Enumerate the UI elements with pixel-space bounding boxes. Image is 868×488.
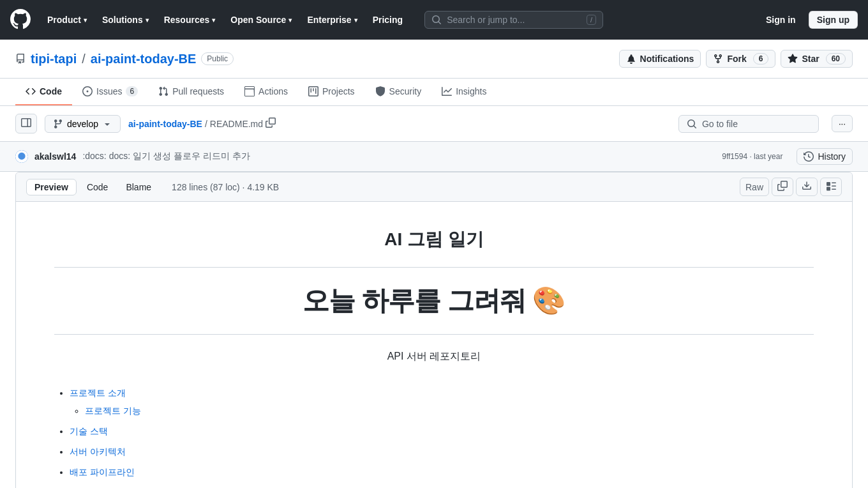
tab-issues[interactable]: Issues 6 [72,79,148,105]
projects-icon [308,86,318,96]
main-nav: Product ▾ Solutions ▾ Resources ▾ Open S… [41,10,409,30]
commit-hash: 9ff1594 · last year [722,152,782,161]
chevron-down-icon: ▾ [288,17,292,24]
chevron-down-icon: ▾ [146,17,149,24]
nav-enterprise[interactable]: Enterprise ▾ [301,10,363,30]
readme-title: AI 그림 일기 [54,227,814,252]
tab-pull-requests[interactable]: Pull requests [148,79,234,105]
bell-icon [626,54,636,64]
branch-icon [53,119,63,129]
tab-actions[interactable]: Actions [234,79,298,105]
avatar [15,150,28,163]
raw-button[interactable]: Raw [740,178,769,196]
chevron-down-icon: ▾ [212,17,215,24]
file-nav: develop ai-paint-today-BE / README.md Go… [0,106,868,142]
star-icon [788,54,798,64]
list-link[interactable]: 배포 파이프라인 [70,467,135,477]
chevron-down-icon: ▾ [354,17,357,24]
readme-divider-mid [54,334,814,335]
list-item: 프로젝트 소개 프로젝트 기능 [70,384,814,420]
header-actions: Sign in Sign up [758,10,858,30]
star-button[interactable]: Star 60 [781,50,853,68]
search-input[interactable] [447,15,581,25]
copy-path-button[interactable] [266,118,276,130]
download-icon [802,181,812,191]
visibility-badge: Public [201,52,234,65]
tab-security[interactable]: Security [365,79,432,105]
tab-projects[interactable]: Projects [298,79,365,105]
fork-icon [713,54,723,64]
repo-icon [15,54,26,64]
security-icon [375,86,385,96]
repo-header: tipi-tapi / ai-paint-today-BE Public Not… [0,40,868,79]
main-header: Product ▾ Solutions ▾ Resources ▾ Open S… [0,0,868,40]
list-item: 프로젝트 기능 [85,402,814,420]
file-toolbar-actions: Raw [740,178,842,196]
keyboard-shortcut: / [587,15,596,25]
commit-bar: akalswl14 :docs: docs: 일기 생성 플로우 리드미 추가 … [0,142,868,172]
repo-actions: Notifications Fork 6 Star 60 [619,50,853,68]
chevron-down-icon: ▾ [84,17,87,24]
repo-owner-link[interactable]: tipi-tapi [31,52,77,66]
copy-icon [777,181,788,191]
breadcrumb-repo-link[interactable]: ai-paint-today-BE [128,119,202,129]
sidebar-toggle-button[interactable] [15,114,37,133]
tab-insights[interactable]: Insights [431,79,497,105]
actions-icon [244,86,255,96]
code-tab-button[interactable]: Code [79,179,116,195]
nav-open-source[interactable]: Open Source ▾ [224,10,298,30]
outline-button[interactable] [820,178,842,196]
readme-content: AI 그림 일기 오늘 하루를 그려줘 🎨 API 서버 레포지토리 프로젝트 … [16,202,852,488]
copy-raw-button[interactable] [772,178,793,196]
list-link[interactable]: 프로젝트 기능 [85,406,141,416]
nav-solutions[interactable]: Solutions ▾ [96,10,155,30]
tab-code[interactable]: Code [15,79,72,105]
file-view: Preview Code Blame 128 lines (87 loc) · … [15,172,853,488]
pr-icon [158,86,168,96]
commit-author[interactable]: akalswl14 [34,151,76,162]
more-options-button[interactable]: ··· [832,115,853,132]
readme-list: 프로젝트 소개 프로젝트 기능 기술 스택 서버 아키텍처 배포 파이프라인 E… [54,384,814,488]
readme-subtitle-small: API 서버 레포지토리 [54,350,814,363]
repo-name-link[interactable]: ai-paint-today-BE [91,52,197,66]
list-icon [826,181,836,191]
branch-selector[interactable]: develop [45,115,121,133]
repo-tabs: Code Issues 6 Pull requests Actions Proj… [0,79,868,106]
fork-button[interactable]: Fork 6 [706,50,775,68]
sidebar-icon [21,118,31,128]
history-icon [804,151,814,162]
list-item: 기술 스택 [70,422,814,440]
issues-badge: 6 [126,86,138,96]
fork-count: 6 [753,53,769,65]
breadcrumb: ai-paint-today-BE / README.md [128,118,276,130]
list-item: 서버 아키텍처 [70,443,814,461]
signup-button[interactable]: Sign up [809,11,858,29]
chevron-down-icon [102,119,112,129]
search-icon [431,15,442,25]
list-link[interactable]: 기술 스택 [70,426,108,436]
readme-divider-top [54,267,814,268]
preview-tab-button[interactable]: Preview [26,179,77,195]
insights-icon [442,86,452,96]
nav-resources[interactable]: Resources ▾ [158,10,222,30]
signin-button[interactable]: Sign in [758,10,804,30]
repo-title: tipi-tapi / ai-paint-today-BE Public [15,52,234,66]
blame-tab-button[interactable]: Blame [118,179,159,195]
file-toolbar: Preview Code Blame 128 lines (87 loc) · … [16,172,852,202]
go-to-file-button[interactable]: Go to file [678,115,819,133]
list-link[interactable]: 서버 아키텍처 [70,446,126,457]
issues-icon [82,86,93,96]
history-button[interactable]: History [797,148,853,165]
github-logo[interactable] [10,9,31,31]
nav-product[interactable]: Product ▾ [41,10,93,30]
notifications-button[interactable]: Notifications [619,50,701,68]
search-box[interactable]: / [424,11,603,29]
search-container: / [424,11,603,29]
commit-message: :docs: docs: 일기 생성 플로우 리드미 추가 [82,151,250,162]
readme-subtitle-big: 오늘 하루를 그려줘 🎨 [54,283,814,319]
list-link[interactable]: 프로젝트 소개 [70,388,126,398]
code-icon [26,86,36,96]
download-button[interactable] [796,178,818,196]
breadcrumb-file: README.md [210,119,263,129]
nav-pricing[interactable]: Pricing [366,10,409,30]
